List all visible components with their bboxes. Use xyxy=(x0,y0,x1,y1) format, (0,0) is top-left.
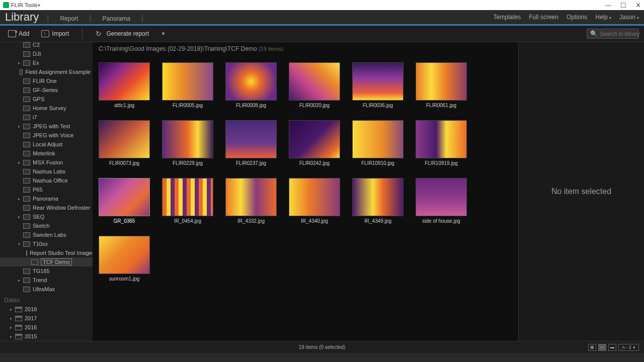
sidebar-item[interactable]: i7 xyxy=(0,113,93,122)
sidebar-date-item[interactable]: ▸2018 xyxy=(0,305,93,314)
sidebar-item[interactable]: Nashua Office xyxy=(0,176,93,185)
sidebar-date-item[interactable]: ▸2015 xyxy=(0,332,93,341)
toolbar: Add Import Generate report ▼ 🔍 xyxy=(0,26,644,42)
thumbnail[interactable]: FLIR0020.jpg xyxy=(289,62,340,108)
sidebar-item[interactable]: Local Adjust xyxy=(0,140,93,149)
breadcrumb: C:\Training\Good Images (02-29-2018)\Tra… xyxy=(93,42,518,55)
thumbnail[interactable]: FLIR0008.jpg xyxy=(225,62,277,108)
sidebar-item[interactable]: GF-Series xyxy=(0,85,93,95)
expand-icon[interactable]: ▸ xyxy=(18,197,23,201)
sidebar-item[interactable]: UltraMax xyxy=(0,285,93,294)
thumbnail[interactable]: FLIR0005.jpg xyxy=(162,62,213,108)
refresh-icon xyxy=(96,30,104,38)
sidebar-item[interactable]: C2 xyxy=(0,42,93,49)
sidebar-item[interactable]: Meterlink xyxy=(0,149,93,158)
sidebar-item[interactable]: ▾T10xx xyxy=(0,239,93,248)
view-medium-button[interactable]: ▭ xyxy=(598,344,606,351)
sidebar-date-item[interactable]: ▸2016 xyxy=(0,323,93,332)
thumbnail[interactable]: FLIR0036.jpg xyxy=(352,62,404,108)
expand-icon[interactable]: ▸ xyxy=(18,160,23,165)
thumbnail[interactable]: IR_4332.jpg xyxy=(225,178,277,224)
thumbnail[interactable]: IR_4340.jpg xyxy=(289,178,340,224)
thumbnail-image xyxy=(289,178,340,216)
sidebar-item[interactable]: TG165 xyxy=(0,266,93,276)
sidebar-item-label: Nashua Labs xyxy=(33,168,65,174)
sidebar-item-label: C2 xyxy=(33,42,40,48)
thumbnail-grid: attic1.jpgFLIR0005.jpgFLIR0008.jpgFLIR00… xyxy=(93,55,518,341)
expand-icon[interactable]: ▾ xyxy=(18,242,23,246)
expand-icon[interactable]: ▸ xyxy=(10,316,15,321)
sidebar-item[interactable]: GPS xyxy=(0,95,93,104)
sidebar-item[interactable]: DJI xyxy=(0,49,93,58)
expand-icon[interactable]: ▸ xyxy=(10,307,15,312)
sidebar-item[interactable]: ▸Trend xyxy=(0,276,93,285)
sidebar-item[interactable]: P65 xyxy=(0,185,93,194)
thumbnail[interactable]: FLIR0229.jpg xyxy=(162,120,213,166)
sidebar-item[interactable]: FLIR One xyxy=(0,76,93,85)
thumbnail[interactable]: IR_4349.jpg xyxy=(352,178,404,224)
sidebar-item[interactable]: Report Studio Test Images xyxy=(0,248,93,257)
add-button[interactable]: Add xyxy=(5,28,32,39)
thumbnail[interactable]: FLIR10910.jpg xyxy=(352,120,404,166)
thumbnail-label: FLIR0036.jpg xyxy=(352,103,404,108)
minimize-button[interactable]: — xyxy=(605,2,611,9)
sidebar-item[interactable]: Home Survey xyxy=(0,104,93,113)
expand-icon[interactable]: ▸ xyxy=(18,278,23,283)
close-button[interactable]: ✕ xyxy=(635,2,641,9)
thumbnail[interactable]: GR_0365 xyxy=(99,178,150,224)
sidebar-item[interactable]: Sketch xyxy=(0,221,93,230)
import-button[interactable]: Import xyxy=(38,28,72,39)
expand-icon[interactable]: ▸ xyxy=(10,325,15,330)
sidebar-item[interactable]: JPEG with Voice xyxy=(0,131,93,140)
sidebar-item[interactable]: ▸SEQ xyxy=(0,212,93,221)
thumbnail[interactable]: FLIR0073.jpg xyxy=(99,120,150,166)
search-box[interactable]: 🔍 xyxy=(587,29,639,39)
thumbnail[interactable]: FLIR0242.jpg xyxy=(289,120,340,166)
thumbnail[interactable]: FLIR0237.jpg xyxy=(225,120,277,166)
menu-options[interactable]: Options xyxy=(567,14,587,21)
expand-icon[interactable]: ▸ xyxy=(18,124,23,129)
thumbnail[interactable]: side of house.jpg xyxy=(416,178,467,224)
sidebar-item[interactable]: Sweden Labs xyxy=(0,230,93,239)
expand-icon[interactable]: ▸ xyxy=(18,215,23,219)
sidebar-item[interactable]: ▸Panorama xyxy=(0,194,93,203)
sidebar-item-label: 2015 xyxy=(25,333,37,339)
sidebar-item-label: Ex xyxy=(33,60,39,66)
search-icon: 🔍 xyxy=(590,30,598,37)
generate-report-dropdown[interactable]: ▼ xyxy=(158,29,169,38)
sidebar-item[interactable]: Rear Window Defroster xyxy=(0,203,93,212)
sidebar-date-item[interactable]: ▸2017 xyxy=(0,314,93,323)
sidebar-item-label: TG165 xyxy=(33,268,50,274)
menu-help[interactable]: Help▾ xyxy=(595,14,611,21)
thumbnail[interactable]: IR_0454.jpg xyxy=(162,178,213,224)
thumbnail-label: FLIR10910.jpg xyxy=(352,160,404,166)
sort-button[interactable]: A - Z▾ xyxy=(618,344,639,351)
expand-icon[interactable]: ▸ xyxy=(10,334,15,339)
generate-report-button[interactable]: Generate report xyxy=(93,28,152,40)
sidebar-item[interactable]: ▸Ex xyxy=(0,58,93,67)
maximize-button[interactable]: ☐ xyxy=(620,2,626,9)
tab-report[interactable]: Report xyxy=(57,15,81,22)
menu-templates[interactable]: Templates xyxy=(494,14,521,21)
sidebar-item-label: UltraMax xyxy=(33,286,55,292)
search-input[interactable] xyxy=(600,31,640,37)
thumbnail[interactable]: FLIR10919.jpg xyxy=(416,120,467,166)
sidebar-item[interactable]: TCF Demo xyxy=(0,257,93,266)
thumbnail[interactable]: sunroom1.jpg xyxy=(99,236,150,282)
calendar-icon xyxy=(15,307,22,312)
tab-panorama[interactable]: Panorama xyxy=(100,15,133,22)
folder-icon xyxy=(23,241,30,247)
folder-icon xyxy=(31,259,38,265)
sidebar-item[interactable]: ▸JPEG with Text xyxy=(0,122,93,131)
sidebar-item[interactable]: ▸MSX Fusion xyxy=(0,158,93,167)
view-large-button[interactable]: ▬ xyxy=(608,344,616,351)
sidebar-item[interactable]: Nashua Labs xyxy=(0,167,93,176)
thumbnail[interactable]: attic1.jpg xyxy=(99,62,150,108)
menu-fullscreen[interactable]: Full screen xyxy=(529,14,558,21)
expand-icon[interactable]: ▸ xyxy=(18,61,23,65)
thumbnail[interactable]: FLIR0061.jpg xyxy=(416,62,467,108)
menu-user[interactable]: Jason▾ xyxy=(619,14,639,21)
sidebar[interactable]: C2DJI▸ExField Assignment ExampleFLIR One… xyxy=(0,42,93,341)
sidebar-item[interactable]: Field Assignment Example xyxy=(0,67,93,76)
view-grid-button[interactable]: ▦ xyxy=(588,344,596,351)
